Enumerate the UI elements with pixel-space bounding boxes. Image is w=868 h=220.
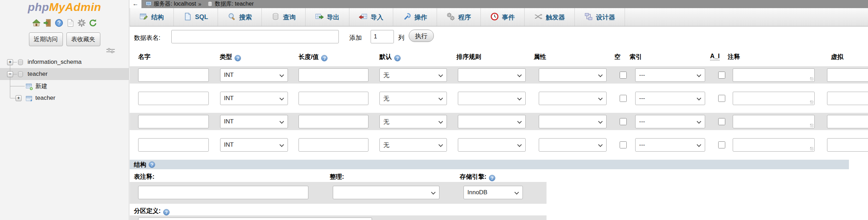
breadcrumb-database[interactable]: 数据库: teacher xyxy=(215,0,254,8)
comments-textarea[interactable] xyxy=(733,92,815,105)
attributes-select[interactable] xyxy=(539,92,607,105)
table-comment-input[interactable] xyxy=(138,186,308,199)
table-icon xyxy=(25,95,33,104)
collation-select[interactable] xyxy=(458,115,526,128)
help-icon[interactable]: ? xyxy=(394,55,401,61)
expand-icon[interactable]: + xyxy=(16,95,22,101)
help-icon[interactable]: ? xyxy=(163,209,170,215)
help-icon[interactable]: ? xyxy=(235,55,241,61)
default-select[interactable]: 无 xyxy=(379,68,447,82)
null-checkbox[interactable] xyxy=(620,95,627,102)
events-icon xyxy=(490,12,499,22)
tab-sql[interactable]: SQL xyxy=(174,8,218,26)
collation-select[interactable] xyxy=(458,92,526,105)
attributes-select[interactable] xyxy=(539,68,607,82)
storage-engine-select[interactable]: InnoDB xyxy=(463,186,523,199)
attributes-select[interactable] xyxy=(539,115,607,128)
auto-increment-checkbox[interactable] xyxy=(718,141,725,148)
structure-icon xyxy=(140,12,148,22)
go-button[interactable]: 执行 xyxy=(409,30,434,42)
column-name-input[interactable] xyxy=(138,138,209,152)
import-icon xyxy=(359,12,367,22)
sidebar-item-database-teacher[interactable]: teacher xyxy=(28,68,48,80)
null-checkbox[interactable] xyxy=(620,118,627,125)
navigation-sidebar: phpMyAdmin 近期访问 表收藏夹 + information_schem… xyxy=(0,0,129,220)
default-select[interactable]: 无 xyxy=(379,92,447,105)
help-icon[interactable]: ? xyxy=(489,175,495,181)
comments-textarea[interactable] xyxy=(733,115,815,128)
partition-definition-input[interactable] xyxy=(138,218,372,220)
search-icon xyxy=(228,12,236,22)
virtuality-field[interactable] xyxy=(827,92,868,105)
tab-operations[interactable]: 操作 xyxy=(393,8,437,26)
database-tree: + information_schema − teacher 新建 + teac… xyxy=(0,0,129,220)
index-select[interactable]: --- xyxy=(635,68,705,82)
tab-bar: 结构 SQL 搜索 查询 导出 导入 操作 程序 事件 触发器 设计器 xyxy=(130,8,868,26)
virtuality-field[interactable] xyxy=(827,115,868,128)
tree-connector xyxy=(13,62,17,62)
null-checkbox[interactable] xyxy=(620,141,627,148)
collapse-icon[interactable]: − xyxy=(7,71,13,77)
tab-designer[interactable]: 设计器 xyxy=(575,8,625,26)
header-null: 空 xyxy=(614,53,621,61)
add-label: 添加 xyxy=(349,33,362,42)
index-select[interactable]: --- xyxy=(635,115,705,128)
length-input[interactable] xyxy=(299,92,368,105)
routines-icon xyxy=(447,12,455,22)
help-icon[interactable]: ? xyxy=(149,161,155,168)
default-select[interactable]: 无 xyxy=(379,115,447,128)
collapse-navigation-button[interactable]: ← xyxy=(130,0,142,8)
operations-icon xyxy=(403,12,411,22)
length-input[interactable] xyxy=(299,115,368,128)
tab-import[interactable]: 导入 xyxy=(349,8,393,26)
partition-definition-label: 分区定义:? xyxy=(134,207,170,215)
default-select[interactable]: 无 xyxy=(379,138,447,152)
virtuality-field[interactable] xyxy=(827,138,868,152)
tab-triggers[interactable]: 触发器 xyxy=(525,8,575,26)
comments-textarea[interactable] xyxy=(733,138,815,152)
column-name-input[interactable] xyxy=(138,68,209,82)
table-collation-select[interactable] xyxy=(333,186,439,199)
index-select[interactable]: --- xyxy=(635,92,705,105)
auto-increment-checkbox[interactable] xyxy=(718,95,725,102)
tree-connector xyxy=(10,86,25,86)
type-select[interactable]: INT xyxy=(220,138,288,152)
column-name-input[interactable] xyxy=(138,92,209,105)
server-icon xyxy=(145,1,152,7)
tab-search[interactable]: 搜索 xyxy=(218,8,262,26)
auto-increment-checkbox[interactable] xyxy=(718,72,725,79)
breadcrumb-server[interactable]: 服务器: localhost xyxy=(154,0,196,8)
sidebar-item-information-schema[interactable]: information_schema xyxy=(28,56,82,68)
index-select[interactable]: --- xyxy=(635,138,705,152)
tab-query[interactable]: 查询 xyxy=(262,8,306,26)
tree-connector xyxy=(13,74,17,74)
type-select[interactable]: INT xyxy=(220,68,288,82)
attributes-select[interactable] xyxy=(539,138,607,152)
tab-export[interactable]: 导出 xyxy=(306,8,349,26)
expand-icon[interactable]: + xyxy=(7,59,13,65)
length-input[interactable] xyxy=(299,68,368,82)
type-select[interactable]: INT xyxy=(220,92,288,105)
column-row: INT 无 --- xyxy=(130,66,868,84)
collation-select[interactable] xyxy=(458,138,526,152)
tab-routines[interactable]: 程序 xyxy=(437,8,481,26)
comments-textarea[interactable] xyxy=(733,68,815,82)
tab-events[interactable]: 事件 xyxy=(481,8,525,26)
help-icon[interactable]: ? xyxy=(321,55,327,61)
table-name-input[interactable] xyxy=(171,30,339,43)
type-select[interactable]: INT xyxy=(220,115,288,128)
auto-increment-checkbox[interactable] xyxy=(718,118,725,125)
sidebar-item-table-teacher[interactable]: teacher xyxy=(35,92,55,104)
add-columns-count-input[interactable] xyxy=(371,30,394,43)
database-icon xyxy=(17,71,24,80)
tab-structure[interactable]: 结构 xyxy=(130,8,174,26)
column-name-input[interactable] xyxy=(138,115,209,128)
collation-select[interactable] xyxy=(458,68,526,82)
length-input[interactable] xyxy=(299,138,368,152)
null-checkbox[interactable] xyxy=(620,72,627,79)
sidebar-item-new-table[interactable]: 新建 xyxy=(35,80,47,92)
designer-icon xyxy=(584,12,593,22)
columns-label: 列 xyxy=(398,33,405,42)
virtuality-field[interactable] xyxy=(827,68,868,82)
main-panel: ← 服务器: localhost » 数据库: teacher 结构 SQL 搜… xyxy=(130,0,868,220)
